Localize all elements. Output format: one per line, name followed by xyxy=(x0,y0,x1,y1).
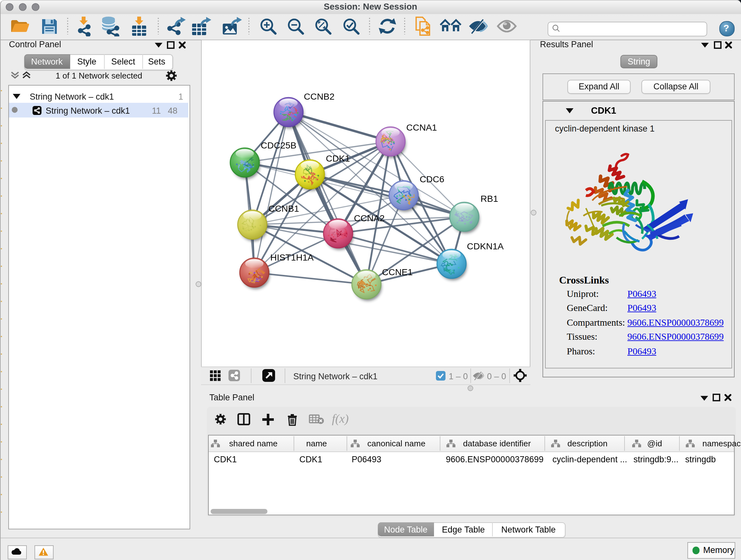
svg-text:CCNE1: CCNE1 xyxy=(382,267,412,277)
svg-text:HIST1H1A: HIST1H1A xyxy=(270,252,313,262)
svg-text:CDC25B: CDC25B xyxy=(260,140,296,150)
svg-text:CCNB2: CCNB2 xyxy=(304,91,334,102)
svg-text:CCNA2: CCNA2 xyxy=(354,213,384,223)
svg-text:CDK1: CDK1 xyxy=(326,153,350,164)
svg-text:CDC6: CDC6 xyxy=(419,174,444,184)
svg-text:CCNB1: CCNB1 xyxy=(268,203,299,213)
svg-text:CCNA1: CCNA1 xyxy=(406,122,436,132)
svg-text:RB1: RB1 xyxy=(480,193,498,204)
svg-text:CDKN1A: CDKN1A xyxy=(467,241,503,251)
